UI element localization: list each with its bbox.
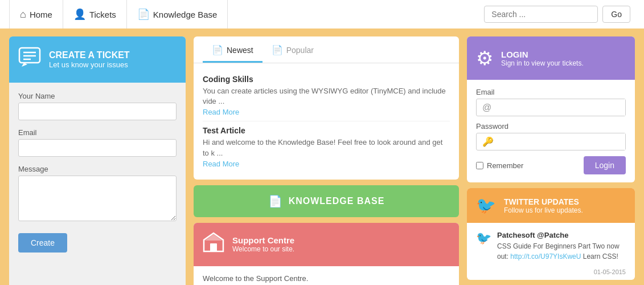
support-icon	[203, 232, 224, 257]
articles-list: Coding Skills You can create articles us…	[194, 63, 459, 180]
twitter-header-text: TWITTER UPDATES Follow us for live updat…	[504, 197, 583, 214]
support-body: Welcome to the Support Centre.	[194, 266, 459, 285]
login-header: ⚙ LOGIN Sign in to view your tickets.	[467, 36, 635, 80]
tweet-link-suffix: Learn CSS!	[581, 253, 618, 260]
search-input[interactable]	[484, 6, 598, 23]
home-icon: ⌂	[20, 9, 26, 21]
create-button[interactable]: Create	[18, 233, 67, 253]
create-ticket-panel: CREATE A TICKET Let us know your issues …	[9, 36, 186, 285]
login-email-label: Email	[476, 88, 626, 96]
twitter-card: 🐦 TWITTER UPDATES Follow us for live upd…	[467, 188, 635, 280]
login-form: Email @ Password 🔑 Remember Login	[467, 80, 635, 182]
nav-home[interactable]: ⌂ Home	[9, 0, 63, 28]
email-label: Email	[18, 128, 177, 137]
list-item: Coding Skills You can create articles us…	[203, 70, 450, 121]
email-input[interactable]	[18, 139, 177, 157]
tweet-link[interactable]: http://t.co/U97YIsKweU	[510, 253, 581, 260]
kb-button-label: KNOWLEDGE BASE	[289, 196, 385, 206]
tab-popular-label: Popular	[286, 46, 314, 55]
go-button[interactable]: Go	[602, 6, 630, 23]
name-field-group: Your Name	[18, 92, 177, 120]
twitter-icon: 🐦	[476, 196, 496, 215]
article-title-0: Coding Skills	[203, 75, 450, 84]
articles-tabs: 📄 Newest 📄 Popular	[194, 36, 459, 63]
navbar: ⌂ Home 👤 Tickets 📄 Knowledge Base Go	[0, 0, 644, 28]
read-more-0[interactable]: Read More	[203, 108, 450, 116]
main-content: CREATE A TICKET Let us know your issues …	[0, 28, 644, 285]
ticket-form: Your Name Email Message Create	[9, 83, 186, 262]
gear-icon: ⚙	[476, 47, 493, 70]
lock-icon: 🔑	[477, 136, 499, 147]
remember-wrap: Remember	[476, 161, 523, 170]
middle-panel: 📄 Newest 📄 Popular Coding Skills You can…	[194, 36, 459, 285]
twitter-content: Patchesoft @Patche CSS Guide For Beginne…	[497, 230, 626, 262]
password-input-wrap: 🔑	[476, 133, 626, 150]
tab-newest[interactable]: 📄 Newest	[203, 36, 262, 63]
support-card: Support Centre Welcome to our site. Welc…	[194, 223, 459, 285]
nav-knowledge-base[interactable]: 📄 Knowledge Base	[127, 0, 228, 28]
article-excerpt-1: Hi and welcome to the Knowledge Base! Fe…	[203, 137, 450, 158]
twitter-body: 🐦 Patchesoft @Patche CSS Guide For Begin…	[467, 223, 635, 268]
at-icon: @	[477, 103, 497, 113]
popular-icon: 📄	[272, 44, 283, 55]
login-button[interactable]: Login	[584, 156, 626, 174]
support-title: Support Centre	[232, 235, 294, 245]
doc-icon: 📄	[137, 8, 150, 21]
login-card: ⚙ LOGIN Sign in to view your tickets. Em…	[467, 36, 635, 182]
twitter-header: 🐦 TWITTER UPDATES Follow us for live upd…	[467, 188, 635, 223]
newest-icon: 📄	[212, 44, 223, 55]
remember-label: Remember	[487, 161, 523, 170]
login-password-input[interactable]	[499, 133, 625, 150]
ticket-header-text: CREATE A TICKET Let us know your issues	[49, 50, 130, 69]
article-title-1: Test Article	[203, 126, 450, 135]
tweet-date: 01-05-2015	[467, 268, 635, 280]
svg-rect-6	[210, 243, 217, 251]
ticket-header: CREATE A TICKET Let us know your issues	[9, 36, 186, 83]
remember-checkbox[interactable]	[476, 162, 483, 169]
ticket-subtitle: Let us know your issues	[49, 60, 130, 69]
read-more-1[interactable]: Read More	[203, 160, 450, 168]
login-email-input[interactable]	[497, 99, 625, 116]
login-subtitle: Sign in to view your tickets.	[501, 59, 584, 67]
tab-popular[interactable]: 📄 Popular	[262, 36, 323, 63]
twitter-title: TWITTER UPDATES	[504, 197, 583, 206]
nav-tickets[interactable]: 👤 Tickets	[63, 0, 127, 28]
login-title: LOGIN	[501, 50, 584, 59]
kb-icon: 📄	[268, 194, 283, 208]
search-bar: Go	[484, 6, 630, 23]
user-icon: 👤	[73, 8, 86, 21]
list-item: Test Article Hi and welcome to the Knowl…	[203, 121, 450, 172]
login-footer: Remember Login	[476, 156, 626, 174]
tab-newest-label: Newest	[227, 46, 253, 55]
support-header: Support Centre Welcome to our site.	[194, 223, 459, 266]
nav-tickets-label: Tickets	[89, 10, 116, 19]
twitter-subtitle: Follow us for live updates.	[504, 206, 583, 214]
email-field-group: Email	[18, 128, 177, 157]
articles-card: 📄 Newest 📄 Popular Coding Skills You can…	[194, 36, 459, 180]
ticket-icon	[18, 47, 41, 72]
login-password-label: Password	[476, 122, 626, 131]
login-header-text: LOGIN Sign in to view your tickets.	[501, 50, 584, 67]
name-label: Your Name	[18, 92, 177, 100]
tweet-user: Patchesoft @Patche	[497, 231, 568, 239]
nav-kb-label: Knowledge Base	[153, 10, 218, 19]
message-input[interactable]	[18, 176, 177, 221]
support-body-text: Welcome to the Support Centre.	[203, 274, 308, 283]
support-header-text: Support Centre Welcome to our site.	[232, 235, 294, 253]
email-input-wrap: @	[476, 99, 626, 116]
name-input[interactable]	[18, 103, 177, 120]
twitter-body-icon: 🐦	[476, 231, 491, 262]
message-field-group: Message	[18, 165, 177, 223]
support-subtitle: Welcome to our site.	[232, 245, 294, 253]
message-label: Message	[18, 165, 177, 173]
ticket-title: CREATE A TICKET	[49, 50, 130, 60]
right-panel: ⚙ LOGIN Sign in to view your tickets. Em…	[467, 36, 635, 285]
knowledge-base-button[interactable]: 📄 KNOWLEDGE BASE	[194, 185, 459, 217]
nav-home-label: Home	[30, 10, 52, 19]
article-excerpt-0: You can create articles using the WYSIWY…	[203, 86, 450, 107]
